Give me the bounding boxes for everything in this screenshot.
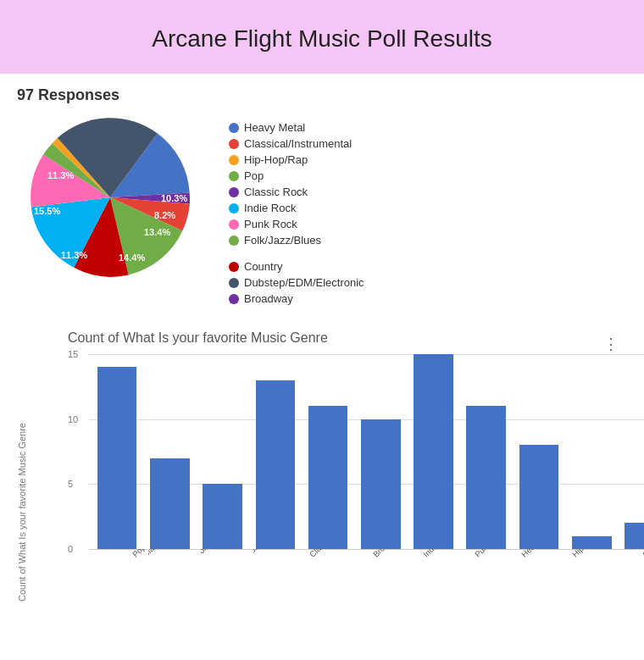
svg-text:15.5%: 15.5% (34, 206, 60, 216)
legend-dot-dubstep (229, 278, 239, 288)
bar (361, 419, 401, 549)
legend-item-country: Country (229, 260, 364, 273)
options-menu-icon[interactable]: ⋮ (603, 335, 619, 353)
bar-label: Country (641, 549, 644, 559)
svg-text:13.4%: 13.4% (144, 227, 170, 237)
svg-text:10.3%: 10.3% (161, 193, 187, 203)
bar-group (303, 354, 353, 549)
bar (308, 406, 348, 549)
legend-item-indie-rock: Indie Rock (229, 202, 364, 214)
bar-chart-inner: 15 10 5 0 (64, 354, 644, 660)
pie-chart: 13.4% 10.3% 8.2% 14.4% 11.3% 15.5% 11.3% (17, 113, 203, 282)
legend-dot-indie-rock (229, 203, 239, 214)
bar-label: Classic Rock (308, 549, 347, 559)
legend-label-broadway: Broadway (244, 292, 293, 305)
bar (150, 458, 190, 549)
bar (97, 367, 137, 549)
bar-group (145, 354, 194, 549)
pie-legend: Heavy Metal Classical/Instrumental Hip-H… (229, 113, 364, 305)
legend-dot-classic-rock (229, 187, 239, 197)
responses-label: 97 Responses (17, 86, 627, 104)
page-title: Arcane Flight Music Poll Results (17, 25, 627, 53)
legend-label-folk: Folk/Jazz/Blues (244, 234, 321, 247)
legend-dot-heavy-metal (229, 123, 239, 133)
legend-dot-punk-rock (229, 219, 239, 230)
legend-item-punk-rock: Punk Rock (229, 218, 364, 230)
legend-item-classic-rock: Classic Rock (229, 186, 364, 198)
bar-label: Broadway (371, 549, 403, 559)
bar-label: Classical/Instr... (148, 549, 187, 559)
top-section: 13.4% 10.3% 8.2% 14.4% 11.3% 15.5% 11.3%… (17, 113, 627, 305)
legend-item-classical: Classical/Instrumental (229, 137, 364, 150)
legend-label-hiphop: Hip-Hop/Rap (244, 153, 308, 166)
legend-item-broadway: Broadway (229, 292, 364, 305)
legend-item-pop: Pop (229, 169, 364, 182)
legend-item-heavy-metal: Heavy Metal (229, 121, 364, 134)
bar (466, 406, 506, 549)
legend-item-folk: Folk/Jazz/Blues (229, 234, 364, 247)
y-axis-label: Count of What Is your favorite Music Gen… (17, 354, 64, 660)
svg-text:11.3%: 11.3% (47, 170, 74, 180)
bar-label: Heavy Metal (519, 549, 558, 559)
bar-label: Hip-Hop/Rap (570, 549, 610, 559)
svg-text:11.3%: 11.3% (61, 250, 87, 260)
legend-label-classical: Classical/Instrumental (244, 137, 352, 150)
bar-group (197, 354, 247, 549)
legend-dot-country (229, 262, 239, 272)
legend-label-country: Country (244, 260, 283, 273)
bar-group (619, 354, 644, 549)
legend-label-indie-rock: Indie Rock (244, 202, 296, 214)
header: Arcane Flight Music Poll Results (0, 0, 644, 74)
bar-label: Indie Rock (421, 549, 455, 559)
bar-chart-wrapper: Count of What Is your favorite Music Gen… (17, 354, 627, 660)
legend-dot-broadway (229, 294, 239, 304)
bar-group (356, 354, 405, 549)
legend-item-hiphop: Hip-Hop/Rap (229, 153, 364, 166)
legend-dot-folk (229, 236, 239, 246)
bar-group (514, 354, 564, 549)
bar-chart-title: Count of What Is your favorite Music Gen… (68, 330, 627, 346)
bar (519, 445, 559, 549)
bar-group (251, 354, 300, 549)
legend-label-classic-rock: Classic Rock (244, 186, 308, 198)
bar-group (408, 354, 458, 549)
legend-dot-classical (229, 139, 239, 149)
bar (256, 380, 296, 549)
legend-dot-pop (229, 171, 239, 181)
legend-label-pop: Pop (244, 169, 264, 182)
svg-text:8.2%: 8.2% (154, 210, 175, 220)
bar-group (92, 354, 142, 549)
bar-label: Folk/Jazz/Blues (201, 549, 240, 559)
legend-label-heavy-metal: Heavy Metal (244, 121, 305, 134)
bar-label: Punk Rock (473, 549, 507, 559)
bar (625, 523, 644, 549)
bar-chart-section: ⋮ Count of What Is your favorite Music G… (17, 330, 627, 660)
svg-text:14.4%: 14.4% (119, 252, 145, 263)
bar-label: Dubstep/EDM/... (253, 549, 291, 559)
bar (572, 536, 612, 549)
bar-label: Pop (130, 549, 145, 559)
bar-group (462, 354, 511, 549)
bar (414, 354, 453, 549)
bar-group (567, 354, 616, 549)
bar (203, 484, 242, 549)
legend-dot-hiphop (229, 155, 239, 165)
legend-label-dubstep: Dubstep/EDM/Electronic (244, 276, 364, 289)
legend-label-punk-rock: Punk Rock (244, 218, 297, 230)
legend-item-dubstep: Dubstep/EDM/Electronic (229, 276, 364, 289)
